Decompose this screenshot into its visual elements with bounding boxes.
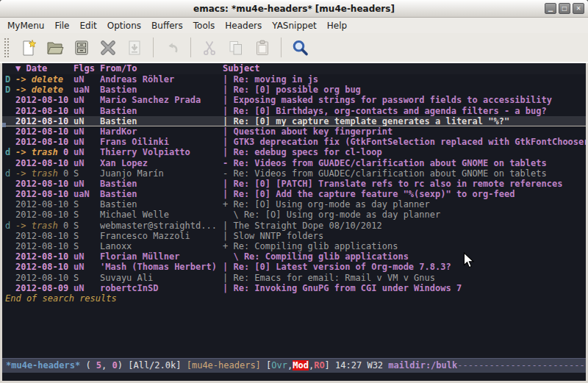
message-flags: uN [74, 106, 100, 116]
toolbar-drag-handle[interactable] [4, 37, 10, 58]
menu-options[interactable]: Options [102, 19, 146, 32]
message-row[interactable]: 2012-08-10uNFrans Oilinki| GTK3 deprecat… [2, 137, 586, 147]
window-titlebar: emacs: *mu4e-headers* [mu4e-headers] ▁□✕ [0, 0, 588, 18]
emacs-frame: ▼ Date Flgs From/To Subject D-> deleteuN… [0, 63, 588, 383]
close-button[interactable]: ✕ [573, 3, 584, 14]
message-row[interactable]: 2012-08-10uaNBastien| Re: [0] Add the ca… [2, 189, 586, 199]
message-mark [5, 126, 15, 137]
close-buffer-icon[interactable] [98, 38, 118, 57]
message-row[interactable]: d-> trash 0uNThierry Volpiatto| Re: edeb… [2, 147, 586, 157]
menu-edit[interactable]: Edit [75, 19, 102, 32]
message-action-label: -> delete [15, 74, 63, 85]
menu-headers[interactable]: Headers [220, 19, 267, 32]
message-row[interactable]: 2012-08-09uNrobertcInSD| Re: Invoking Gn… [2, 283, 586, 293]
menu-tools[interactable]: Tools [188, 19, 220, 32]
message-from: Lanoxx [100, 241, 223, 251]
menu-bar: MyMenuFileEditOptionsBuffersToolsHeaders… [0, 18, 588, 33]
message-flags: S [74, 210, 100, 220]
message-mark [5, 262, 15, 272]
message-row[interactable]: D-> deleteuaNBastien| Re: [0] possible o… [2, 85, 586, 95]
message-row[interactable]: 2012-08-10uNXan Lopez- Re: Videos from G… [2, 158, 586, 168]
maximize-button[interactable]: □ [559, 3, 570, 14]
save-buffer-icon[interactable] [72, 38, 91, 57]
message-subject: + Re: [O] Using org-mode as day planner [223, 199, 586, 210]
message-row[interactable]: 2012-08-10uN'Mash (Thomas Herbert)| Re: … [2, 262, 586, 272]
minimize-button[interactable]: ▁ [545, 3, 556, 14]
message-mark: D [5, 85, 15, 95]
message-from: Bastien [100, 85, 223, 95]
message-action-label: -> trash [15, 221, 58, 231]
message-row[interactable]: D-> deleteuNAndreas Röhler| Re: moving i… [2, 74, 586, 85]
message-mark: d [5, 168, 15, 179]
modeline-segment-fg: [All/2.0k] [128, 360, 186, 371]
message-mark [5, 158, 15, 168]
search-icon[interactable] [290, 38, 309, 57]
modeline-segment-modflag: Mod [293, 360, 309, 371]
menu-yasnippet[interactable]: YASnippet [267, 19, 322, 32]
open-folder-icon[interactable] [46, 38, 65, 57]
message-row[interactable]: d-> trash 0SJuanjo Marín- Re: Videos fro… [2, 168, 586, 179]
message-date: 2012-08-10 [15, 126, 74, 137]
message-flags: uN [74, 158, 100, 168]
message-subject: | Re: [0] Latest version of Org-mode 7.8… [223, 262, 586, 272]
toolbar [0, 33, 588, 63]
message-date: 2012-08-10 [15, 158, 74, 168]
modeline-segment-tan: [mu4e-headers] [187, 360, 266, 371]
message-mark [5, 251, 15, 262]
message-mark [5, 95, 15, 105]
menu-mymenu[interactable]: MyMenu [2, 19, 49, 32]
column-header-flags: Flgs [74, 63, 100, 74]
modeline-segment-fg: ] [325, 360, 335, 371]
message-from: Florian Müllner [100, 251, 223, 262]
message-row[interactable]: 2012-08-10uNHardKor| Question about key … [2, 126, 586, 137]
message-date: 2012-08-10 [15, 95, 74, 105]
message-row[interactable]: 2012-08-10uNBastien| Re: [0] [PATCH] Tra… [2, 179, 586, 189]
modeline-segment-pink: 0 [112, 360, 118, 371]
menu-help[interactable]: Help [322, 19, 352, 32]
message-date: 2012-08-10 [15, 231, 74, 241]
message-mark [5, 231, 15, 241]
message-flags: uN [74, 126, 100, 137]
message-date: 2012-08-10 [15, 262, 74, 272]
message-row[interactable]: 2012-08-10uNBastien| Re: [0] my capture … [2, 116, 586, 126]
message-from: Bastien [100, 199, 223, 210]
mode-line[interactable]: *mu4e-headers* ( 5, 0) [All/2.0k] [mu4e-… [2, 358, 586, 373]
message-flags: uaN [74, 85, 100, 95]
message-from: robertcInSD [100, 283, 223, 293]
message-row[interactable]: 2012-08-10SLanoxx+ Re: Compiling glib ap… [2, 241, 586, 251]
message-from: Mario Sanchez Prada [100, 95, 223, 105]
paste-icon [253, 38, 272, 57]
modeline-segment-pink: 5 [96, 360, 101, 371]
message-date: -> delete [15, 74, 74, 85]
message-from: webmaster@straightd... [100, 221, 223, 231]
message-row[interactable]: 2012-08-10uNFlorian Müllner \ Re: Compil… [2, 251, 586, 262]
menu-file[interactable]: File [49, 19, 74, 32]
message-subject: - Re: Videos from GUADEC/clarification a… [223, 168, 586, 179]
new-file-icon[interactable] [19, 38, 38, 57]
message-from: Francesco Mazzoli [100, 231, 223, 241]
message-date: -> delete [15, 85, 74, 95]
menu-buffers[interactable]: Buffers [146, 19, 188, 32]
message-from: Bastien [100, 106, 223, 116]
message-row[interactable]: 2012-08-10uNMario Sanchez Prada| Exposin… [2, 95, 586, 105]
message-subject: | Re: moving in js [223, 74, 586, 85]
message-subject: - Re: Videos from GUADEC/clarification a… [223, 158, 586, 168]
message-from: Suvayu Ali [100, 273, 223, 283]
message-flags: uN [74, 95, 100, 105]
message-date: -> trash 0 [15, 221, 74, 231]
window-controls: ▁□✕ [545, 3, 584, 14]
message-date: -> trash 0 [15, 147, 74, 157]
message-subject: | Question about key fingerprint [223, 126, 586, 137]
message-subject: | Re: edebug specs for cl-loop [223, 147, 586, 157]
message-mark: d [5, 221, 15, 231]
message-flags: S [74, 231, 100, 241]
message-row[interactable]: 2012-08-10SMichael Welle \ Re: [O] Using… [2, 210, 586, 220]
message-row[interactable]: 2012-08-10SFrancesco Mazzoli| Slow NNTP … [2, 231, 586, 241]
save-as-icon [125, 38, 144, 57]
message-row[interactable]: d-> trash 0Swebmaster@straightd...| The … [2, 221, 586, 231]
message-row[interactable]: 2012-08-10SBastien+ Re: [O] Using org-mo… [2, 199, 586, 210]
message-row[interactable]: 2012-08-10uNBastien| Re: [0] Birthdays, … [2, 106, 586, 116]
message-mark [5, 273, 15, 283]
message-subject: | The Straight Dope 08/10/2012 [223, 221, 586, 231]
message-row[interactable]: 2012-08-10SSuvayu Ali| Re: Emacs for ema… [2, 273, 586, 283]
